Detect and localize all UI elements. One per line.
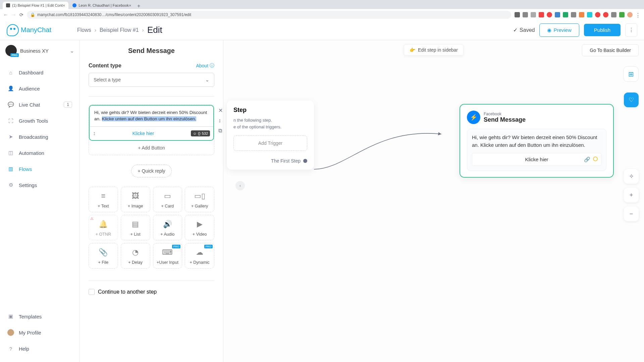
tile-text[interactable]: ≡+ Text (89, 187, 118, 212)
message-block[interactable]: Hi, wie gehts dir? Wir bieten derzeit ei… (89, 105, 214, 141)
emoji-icon[interactable]: ☺ (193, 131, 197, 135)
message-button-label[interactable]: Klicke hier (99, 129, 187, 137)
ext-icon[interactable] (563, 12, 568, 17)
ext-icon[interactable] (595, 12, 600, 17)
tile-dynamic[interactable]: PRO☁+ Dynamic (185, 243, 214, 268)
preview-text: Hi, wie gehts dir? Wir bieten derzeit ei… (472, 134, 601, 149)
forward-icon[interactable]: → (11, 12, 16, 17)
basic-builder-button[interactable]: Go To Basic Builder (582, 44, 639, 56)
zoom-in-button[interactable]: + (624, 188, 639, 202)
sidebar-item-flows[interactable]: ▥ Flows (0, 161, 79, 177)
business-switcher[interactable]: PRO Business XY ⌄ (0, 40, 79, 61)
about-link[interactable]: About ⓘ (196, 63, 214, 69)
ext-icon[interactable] (619, 12, 625, 17)
tile-image[interactable]: 🖼+ Image (121, 187, 150, 212)
tile-gallery[interactable]: ▭▯+ Gallery (185, 187, 214, 212)
tile-list[interactable]: ▤+ List (121, 215, 150, 240)
drag-handle-icon[interactable]: ↕ (93, 130, 96, 136)
ext-icon[interactable] (539, 12, 544, 17)
flow-canvas[interactable]: 👉 Edit step in sidebar Go To Basic Build… (223, 40, 644, 362)
tile-card[interactable]: ▭+ Card (153, 187, 182, 212)
link-icon: 🔗 (584, 157, 590, 163)
ext-icon[interactable] (555, 12, 560, 17)
back-icon[interactable]: ← (3, 12, 8, 17)
message-block-container: Hi, wie gehts dir? Wir bieten derzeit ei… (89, 105, 214, 155)
close-icon[interactable]: × (129, 3, 131, 8)
gear-icon: ⚙ (7, 182, 14, 188)
preview-button[interactable]: Klicke hier 🔗 (472, 153, 601, 166)
ext-icon[interactable] (515, 12, 520, 17)
checkbox[interactable] (89, 289, 95, 295)
heart-button[interactable]: ♡ (624, 93, 639, 107)
tile-file[interactable]: 📎+ File (89, 243, 118, 268)
tile-delay[interactable]: ◔+ Delay (121, 243, 150, 268)
ext-icon[interactable] (571, 12, 576, 17)
breadcrumb-root[interactable]: Flows (77, 27, 91, 33)
sidebar-item-livechat[interactable]: 💬 Live Chat 1 (0, 97, 79, 113)
sidebar-item-automation[interactable]: ◫ Automation (0, 145, 79, 161)
chevron-left-icon: ‹ (239, 183, 241, 188)
publish-label: Publish (594, 27, 610, 33)
cloud-icon: ☁ (196, 248, 203, 257)
block-controls: ✕ ↕ ⧉ (218, 107, 223, 134)
sidebar-item-growth[interactable]: ⛶ Growth Tools (0, 113, 79, 129)
preview-button[interactable]: ◉ Preview (539, 23, 579, 37)
ext-icon[interactable] (547, 12, 552, 17)
more-menu-button[interactable]: ⋮ (625, 23, 637, 37)
select-placeholder: Select a type (94, 77, 121, 82)
reload-icon[interactable]: ⟳ (19, 12, 23, 17)
sidebar-item-audience[interactable]: 👤 Audience (0, 80, 79, 97)
sidebar-item-dashboard[interactable]: ⌂ Dashboard (0, 64, 79, 80)
sidebar-item-help[interactable]: ? Help (0, 341, 79, 357)
close-icon[interactable]: ✕ (218, 107, 223, 114)
sidebar-item-templates[interactable]: ▣ Templates (0, 308, 79, 324)
close-icon[interactable]: × (63, 3, 65, 8)
output-port-icon[interactable] (593, 157, 598, 161)
ext-icon[interactable] (531, 12, 536, 17)
lock-icon: 🔒 (30, 12, 35, 17)
collapse-button[interactable]: ‹ (235, 181, 245, 190)
text-icon: ≡ (101, 192, 105, 200)
menu-icon[interactable]: ⋮ (635, 12, 641, 17)
content-type-label: Content type (89, 63, 121, 69)
add-button[interactable]: + Add Button (89, 141, 214, 155)
content-type-select[interactable]: Select a type ⌄ (89, 73, 214, 87)
ext-icon[interactable] (611, 12, 616, 17)
quick-reply-button[interactable]: + Quick reply (131, 165, 171, 177)
robot-icon: ◫ (7, 149, 14, 156)
zoom-out-button[interactable]: − (624, 206, 639, 221)
address-bar[interactable]: 🔒 manychat.com/fb181039443240830…/cms/fi… (27, 11, 511, 19)
tile-video[interactable]: ▶+ Video (185, 215, 214, 240)
canvas-notice[interactable]: 👉 Edit step in sidebar (404, 44, 464, 56)
publish-button[interactable]: Publish (584, 24, 621, 36)
breadcrumb-flow[interactable]: Beispiel Flow #1 (100, 27, 139, 33)
sidebar-item-broadcasting[interactable]: ➤ Broadcasting (0, 129, 79, 145)
ext-icon[interactable] (603, 12, 608, 17)
users-icon: 👤 (7, 85, 14, 92)
start-step-card[interactable]: Step n the following step. e of the opti… (227, 101, 314, 170)
ext-icon[interactable] (523, 12, 528, 17)
add-trigger-slot[interactable]: Add Trigger (233, 135, 307, 151)
braces-icon[interactable]: {} (198, 131, 200, 135)
output-port[interactable] (303, 159, 307, 163)
continue-step-row[interactable]: Continue to another step (89, 281, 214, 295)
copy-icon[interactable]: ⧉ (218, 128, 223, 134)
message-text-input[interactable]: Hi, wie gehts dir? Wir bieten derzeit ei… (90, 106, 213, 126)
browser-tab[interactable]: Leon R. Chaudhari | Facebook × (69, 2, 135, 9)
ext-icon[interactable] (587, 12, 592, 17)
brand-logo[interactable]: ManyChat (7, 24, 77, 36)
tile-otnr[interactable]: ⚠🔔+ OTNR (89, 215, 118, 240)
new-tab-button[interactable]: + (136, 3, 142, 9)
send-message-card[interactable]: ⚡ Facebook Send Message Hi, wie gehts di… (460, 104, 614, 178)
avatar[interactable] (627, 12, 633, 17)
nav-label: Templates (19, 314, 42, 319)
browser-tab-active[interactable]: (1) Beispiel Flow #1 | Edit Cont × (3, 2, 68, 9)
tile-userinput[interactable]: PRO⌨+User Input (153, 243, 182, 268)
sidebar-item-profile[interactable]: My Profile (0, 324, 79, 341)
sidebar-item-settings[interactable]: ⚙ Settings (0, 177, 79, 193)
move-icon[interactable]: ↕ (218, 118, 223, 124)
tile-audio[interactable]: 🔊+ Audio (153, 215, 182, 240)
add-node-button[interactable]: ⊞ (623, 66, 639, 82)
ext-icon[interactable] (579, 12, 584, 17)
fit-button[interactable]: ✧ (624, 169, 639, 184)
